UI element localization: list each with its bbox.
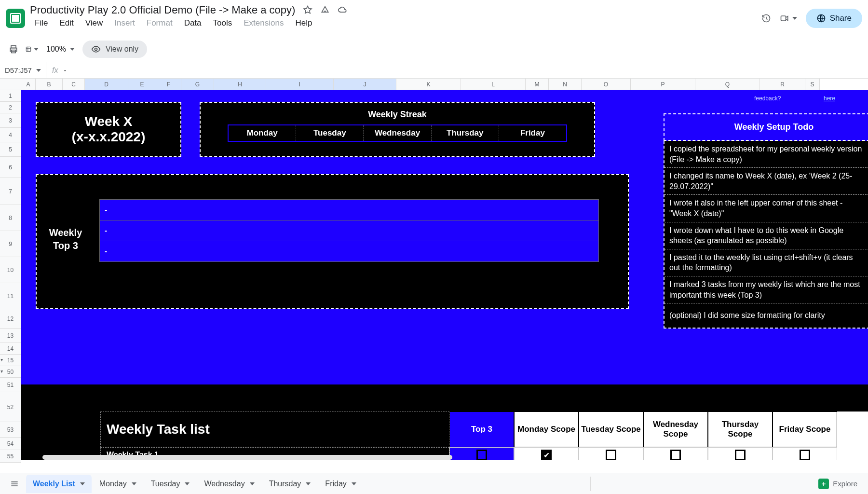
move-to-drive-icon[interactable]: [320, 5, 330, 15]
chevron-down-icon[interactable]: [185, 482, 190, 485]
setup-todo-item[interactable]: I wrote it also in the left upper corner…: [665, 195, 868, 222]
menu-tools[interactable]: Tools: [208, 16, 237, 30]
column-header-E[interactable]: E: [128, 79, 156, 90]
row-header-12[interactable]: 12: [0, 309, 21, 329]
sheet-tab[interactable]: Monday: [93, 475, 143, 493]
spreadsheet-canvas[interactable]: Week X (x-x.x.2022) Weekly Streak Monday…: [21, 90, 868, 460]
column-header-D[interactable]: D: [85, 79, 128, 90]
row-header-55[interactable]: 55: [0, 450, 21, 463]
explore-button[interactable]: Explore: [818, 479, 862, 489]
row-header-2[interactable]: 2: [0, 102, 21, 113]
row-header-6[interactable]: 6: [0, 157, 21, 178]
row-header-3[interactable]: 3: [0, 113, 21, 128]
weekly-top3-box[interactable]: Weekly Top 3 ---: [36, 174, 629, 309]
row-header-1[interactable]: 1: [0, 90, 21, 102]
task-check-cell[interactable]: [643, 447, 708, 460]
menu-data[interactable]: Data: [179, 16, 206, 30]
share-button[interactable]: Share: [806, 9, 862, 28]
document-title[interactable]: Productivity Play 2.0 Official Demo (Fil…: [30, 4, 295, 16]
chevron-down-icon[interactable]: [250, 482, 255, 485]
feedback-label[interactable]: feedback?: [754, 95, 781, 102]
column-header-O[interactable]: O: [582, 79, 631, 90]
view-only-chip[interactable]: View only: [82, 41, 147, 58]
task-check-cell[interactable]: [449, 447, 514, 460]
row-header-54[interactable]: 54: [0, 438, 21, 450]
row-header-10[interactable]: 10: [0, 257, 21, 283]
setup-todo-item[interactable]: I pasted it to the weekly list using ctr…: [665, 249, 868, 276]
row-header-53[interactable]: 53: [0, 422, 21, 438]
chevron-down-icon[interactable]: [306, 482, 311, 485]
column-header-J[interactable]: J: [334, 79, 396, 90]
streak-day[interactable]: Wednesday: [364, 125, 431, 141]
streak-day[interactable]: Monday: [229, 125, 296, 141]
checkbox-icon[interactable]: [800, 450, 810, 460]
row-header-4[interactable]: 4: [0, 128, 21, 142]
setup-todo-item[interactable]: I wrote down what I have to do this week…: [665, 222, 868, 249]
row-header-52[interactable]: 52: [0, 392, 21, 422]
select-all-corner[interactable]: [0, 79, 21, 90]
setup-todo-item[interactable]: I marked 3 tasks from my weekly list whi…: [665, 276, 868, 303]
column-header-L[interactable]: L: [461, 79, 526, 90]
chevron-down-icon[interactable]: [80, 482, 85, 485]
top3-row[interactable]: -: [100, 220, 598, 241]
feedback-here-link[interactable]: here: [824, 95, 835, 102]
week-title-box[interactable]: Week X (x-x.x.2022): [36, 102, 181, 157]
weekly-task-list[interactable]: Weekly Task list Top 3 Monday ScopeTuesd…: [21, 412, 868, 460]
row-header-8[interactable]: 8: [0, 205, 21, 231]
weekly-streak-box[interactable]: Weekly Streak MondayTuesdayWednesdayThur…: [200, 102, 595, 157]
star-icon[interactable]: [303, 5, 312, 15]
formula-value[interactable]: -: [64, 66, 66, 74]
print-icon[interactable]: [7, 42, 20, 56]
sheet-tab[interactable]: Wednesday: [197, 475, 261, 493]
row-header-11[interactable]: 11: [0, 283, 21, 309]
chevron-down-icon[interactable]: [132, 482, 136, 485]
sheet-tab[interactable]: Weekly List: [26, 475, 92, 493]
streak-day[interactable]: Thursday: [432, 125, 499, 141]
column-header-S[interactable]: S: [805, 79, 820, 90]
row-header-9[interactable]: 9: [0, 231, 21, 257]
sheet-tab[interactable]: Thursday: [262, 475, 318, 493]
all-sheets-icon[interactable]: [6, 475, 23, 493]
row-header-50[interactable]: 50: [0, 366, 21, 378]
column-header-H[interactable]: H: [214, 79, 266, 90]
sheet-tab[interactable]: Tuesday: [144, 475, 197, 493]
column-header-B[interactable]: B: [36, 79, 63, 90]
column-header-Q[interactable]: Q: [695, 79, 760, 90]
task-check-cell[interactable]: [579, 447, 643, 460]
row-header-13[interactable]: 13: [0, 329, 21, 343]
column-header-M[interactable]: M: [526, 79, 549, 90]
task-check-cell[interactable]: [773, 447, 837, 460]
setup-todo-item[interactable]: I changed its name to Week X (date), ex …: [665, 168, 868, 195]
column-header-G[interactable]: G: [181, 79, 214, 90]
setup-todo-item[interactable]: (optional) I did some size formatting fo…: [665, 303, 868, 328]
menu-file[interactable]: File: [30, 16, 53, 30]
weekly-setup-todo[interactable]: Weekly Setup Todo I copied the spreadshe…: [664, 113, 868, 329]
column-header-P[interactable]: P: [631, 79, 695, 90]
checkbox-icon[interactable]: [606, 450, 616, 460]
checkbox-icon[interactable]: [476, 450, 487, 460]
streak-day[interactable]: Tuesday: [296, 125, 364, 141]
column-header-N[interactable]: N: [549, 79, 582, 90]
cloud-status-icon[interactable]: [338, 5, 347, 15]
row-header-15[interactable]: 15: [0, 355, 21, 366]
column-header-R[interactable]: R: [760, 79, 805, 90]
name-box[interactable]: D57:J57: [0, 62, 46, 78]
chevron-down-icon[interactable]: [352, 482, 356, 485]
column-header-C[interactable]: C: [63, 79, 85, 90]
streak-day[interactable]: Friday: [499, 125, 566, 141]
menu-help[interactable]: Help: [290, 16, 317, 30]
column-header-A[interactable]: A: [21, 79, 36, 90]
row-header-7[interactable]: 7: [0, 178, 21, 205]
sheet-tab[interactable]: Friday: [318, 475, 363, 493]
zoom-selector[interactable]: 100%: [43, 45, 78, 54]
menu-view[interactable]: View: [81, 16, 108, 30]
setup-todo-item[interactable]: I copied the spreadsheet for my personal…: [665, 141, 868, 168]
history-icon[interactable]: [761, 14, 771, 23]
column-header-F[interactable]: F: [156, 79, 181, 90]
top3-row[interactable]: -: [100, 241, 598, 261]
checkbox-icon[interactable]: [735, 450, 746, 460]
row-header-14[interactable]: 14: [0, 343, 21, 355]
checkbox-icon[interactable]: [670, 450, 681, 460]
filter-views-icon[interactable]: [25, 42, 39, 56]
checkbox-icon[interactable]: [541, 450, 552, 460]
